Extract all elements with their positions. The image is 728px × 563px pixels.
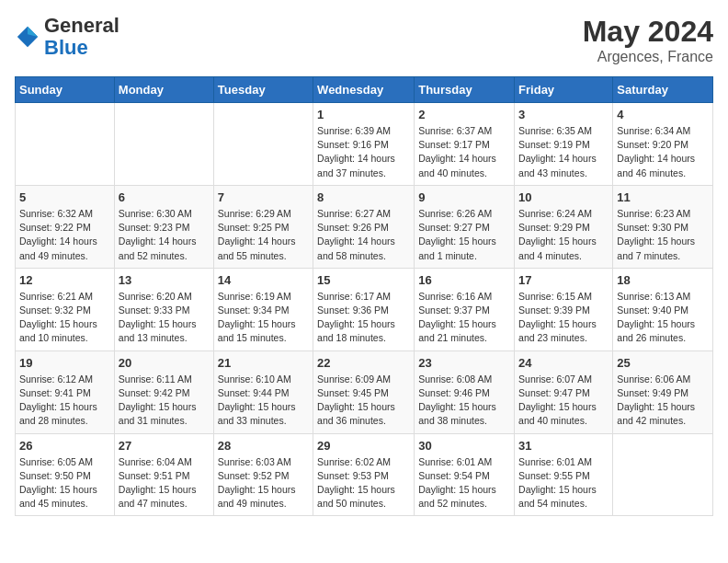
calendar-week-1: 1Sunrise: 6:39 AMSunset: 9:16 PMDaylight… xyxy=(16,103,713,186)
day-info: Sunrise: 6:07 AMSunset: 9:47 PMDaylight:… xyxy=(518,373,609,429)
day-header-sunday: Sunday xyxy=(16,77,115,103)
day-number: 30 xyxy=(418,439,510,453)
calendar-cell: 24Sunrise: 6:07 AMSunset: 9:47 PMDayligh… xyxy=(515,350,613,433)
day-number: 12 xyxy=(19,273,110,287)
day-number: 13 xyxy=(119,273,210,287)
day-number: 5 xyxy=(19,190,110,204)
day-info: Sunrise: 6:01 AMSunset: 9:55 PMDaylight:… xyxy=(518,455,609,511)
location-title: Argences, France xyxy=(583,49,713,65)
day-header-thursday: Thursday xyxy=(415,77,515,103)
calendar-cell xyxy=(16,103,115,186)
day-number: 25 xyxy=(617,356,709,370)
month-title: May 2024 xyxy=(583,15,713,49)
day-info: Sunrise: 6:10 AMSunset: 9:44 PMDaylight:… xyxy=(218,373,309,429)
day-info: Sunrise: 6:20 AMSunset: 9:33 PMDaylight:… xyxy=(119,290,210,346)
day-info: Sunrise: 6:24 AMSunset: 9:29 PMDaylight:… xyxy=(518,207,609,263)
day-info: Sunrise: 6:11 AMSunset: 9:42 PMDaylight:… xyxy=(119,373,210,429)
day-info: Sunrise: 6:08 AMSunset: 9:46 PMDaylight:… xyxy=(418,373,510,429)
day-info: Sunrise: 6:23 AMSunset: 9:30 PMDaylight:… xyxy=(617,207,709,263)
calendar-cell: 27Sunrise: 6:04 AMSunset: 9:51 PMDayligh… xyxy=(114,433,213,516)
day-info: Sunrise: 6:37 AMSunset: 9:17 PMDaylight:… xyxy=(418,124,510,180)
day-info: Sunrise: 6:06 AMSunset: 9:49 PMDaylight:… xyxy=(617,373,709,429)
calendar-cell: 18Sunrise: 6:13 AMSunset: 9:40 PMDayligh… xyxy=(613,268,713,350)
calendar-cell: 7Sunrise: 6:29 AMSunset: 9:25 PMDaylight… xyxy=(213,185,313,268)
day-number: 3 xyxy=(518,108,609,121)
calendar-cell: 3Sunrise: 6:35 AMSunset: 9:19 PMDaylight… xyxy=(515,103,613,186)
day-header-wednesday: Wednesday xyxy=(313,77,415,103)
day-info: Sunrise: 6:02 AMSunset: 9:53 PMDaylight:… xyxy=(317,455,410,511)
calendar-cell: 2Sunrise: 6:37 AMSunset: 9:17 PMDaylight… xyxy=(415,103,515,186)
day-number: 27 xyxy=(119,439,210,453)
calendar-cell: 11Sunrise: 6:23 AMSunset: 9:30 PMDayligh… xyxy=(613,185,713,268)
calendar-cell: 5Sunrise: 6:32 AMSunset: 9:22 PMDaylight… xyxy=(16,185,115,268)
day-header-tuesday: Tuesday xyxy=(213,77,313,103)
calendar-cell: 28Sunrise: 6:03 AMSunset: 9:52 PMDayligh… xyxy=(213,433,313,516)
day-number: 19 xyxy=(19,356,110,370)
day-info: Sunrise: 6:16 AMSunset: 9:37 PMDaylight:… xyxy=(418,290,510,346)
day-number: 26 xyxy=(19,439,110,453)
day-info: Sunrise: 6:30 AMSunset: 9:23 PMDaylight:… xyxy=(119,207,210,263)
calendar-cell: 30Sunrise: 6:01 AMSunset: 9:54 PMDayligh… xyxy=(415,433,515,516)
day-number: 6 xyxy=(119,190,210,204)
calendar-cell xyxy=(114,103,213,186)
calendar-week-4: 19Sunrise: 6:12 AMSunset: 9:41 PMDayligh… xyxy=(16,350,713,433)
day-number: 23 xyxy=(418,356,510,370)
day-info: Sunrise: 6:01 AMSunset: 9:54 PMDaylight:… xyxy=(418,455,510,511)
day-info: Sunrise: 6:26 AMSunset: 9:27 PMDaylight:… xyxy=(418,207,510,263)
day-info: Sunrise: 6:12 AMSunset: 9:41 PMDaylight:… xyxy=(19,373,110,429)
day-number: 9 xyxy=(418,190,510,204)
day-info: Sunrise: 6:35 AMSunset: 9:19 PMDaylight:… xyxy=(518,124,609,180)
logo-text: General Blue xyxy=(44,15,119,59)
day-number: 11 xyxy=(617,190,709,204)
calendar-cell: 22Sunrise: 6:09 AMSunset: 9:45 PMDayligh… xyxy=(313,350,415,433)
day-number: 16 xyxy=(418,273,510,287)
day-number: 7 xyxy=(218,190,309,204)
calendar-cell: 20Sunrise: 6:11 AMSunset: 9:42 PMDayligh… xyxy=(114,350,213,433)
logo: General Blue xyxy=(15,15,119,59)
page-header: General Blue May 2024 Argences, France xyxy=(15,15,713,65)
calendar-cell: 4Sunrise: 6:34 AMSunset: 9:20 PMDaylight… xyxy=(613,103,713,186)
day-number: 31 xyxy=(518,439,609,453)
day-info: Sunrise: 6:17 AMSunset: 9:36 PMDaylight:… xyxy=(317,290,410,346)
day-info: Sunrise: 6:13 AMSunset: 9:40 PMDaylight:… xyxy=(617,290,709,346)
calendar-week-5: 26Sunrise: 6:05 AMSunset: 9:50 PMDayligh… xyxy=(16,433,713,516)
day-number: 8 xyxy=(317,190,410,204)
calendar-cell: 17Sunrise: 6:15 AMSunset: 9:39 PMDayligh… xyxy=(515,268,613,350)
calendar-cell: 13Sunrise: 6:20 AMSunset: 9:33 PMDayligh… xyxy=(114,268,213,350)
day-number: 17 xyxy=(518,273,609,287)
calendar-cell: 6Sunrise: 6:30 AMSunset: 9:23 PMDaylight… xyxy=(114,185,213,268)
calendar-cell: 29Sunrise: 6:02 AMSunset: 9:53 PMDayligh… xyxy=(313,433,415,516)
calendar-cell: 15Sunrise: 6:17 AMSunset: 9:36 PMDayligh… xyxy=(313,268,415,350)
calendar-cell: 23Sunrise: 6:08 AMSunset: 9:46 PMDayligh… xyxy=(415,350,515,433)
day-info: Sunrise: 6:34 AMSunset: 9:20 PMDaylight:… xyxy=(617,124,709,180)
day-header-monday: Monday xyxy=(114,77,213,103)
day-info: Sunrise: 6:29 AMSunset: 9:25 PMDaylight:… xyxy=(218,207,309,263)
day-number: 10 xyxy=(518,190,609,204)
day-number: 15 xyxy=(317,273,410,287)
day-info: Sunrise: 6:04 AMSunset: 9:51 PMDaylight:… xyxy=(119,455,210,511)
calendar-week-3: 12Sunrise: 6:21 AMSunset: 9:32 PMDayligh… xyxy=(16,268,713,350)
day-header-friday: Friday xyxy=(515,77,613,103)
day-number: 20 xyxy=(119,356,210,370)
day-info: Sunrise: 6:03 AMSunset: 9:52 PMDaylight:… xyxy=(218,455,309,511)
calendar-cell: 8Sunrise: 6:27 AMSunset: 9:26 PMDaylight… xyxy=(313,185,415,268)
title-block: May 2024 Argences, France xyxy=(583,15,713,65)
day-number: 21 xyxy=(218,356,309,370)
day-number: 22 xyxy=(317,356,410,370)
calendar-cell xyxy=(613,433,713,516)
day-number: 4 xyxy=(617,108,709,121)
calendar-week-2: 5Sunrise: 6:32 AMSunset: 9:22 PMDaylight… xyxy=(16,185,713,268)
logo-blue: Blue xyxy=(44,36,88,59)
calendar-cell: 10Sunrise: 6:24 AMSunset: 9:29 PMDayligh… xyxy=(515,185,613,268)
calendar-cell: 31Sunrise: 6:01 AMSunset: 9:55 PMDayligh… xyxy=(515,433,613,516)
calendar-cell: 26Sunrise: 6:05 AMSunset: 9:50 PMDayligh… xyxy=(16,433,115,516)
calendar-cell: 14Sunrise: 6:19 AMSunset: 9:34 PMDayligh… xyxy=(213,268,313,350)
calendar-table: SundayMondayTuesdayWednesdayThursdayFrid… xyxy=(15,76,713,516)
day-info: Sunrise: 6:05 AMSunset: 9:50 PMDaylight:… xyxy=(19,455,110,511)
calendar-cell: 19Sunrise: 6:12 AMSunset: 9:41 PMDayligh… xyxy=(16,350,115,433)
calendar-cell: 21Sunrise: 6:10 AMSunset: 9:44 PMDayligh… xyxy=(213,350,313,433)
logo-icon xyxy=(15,24,40,50)
calendar-cell: 9Sunrise: 6:26 AMSunset: 9:27 PMDaylight… xyxy=(415,185,515,268)
day-header-saturday: Saturday xyxy=(613,77,713,103)
calendar-cell: 16Sunrise: 6:16 AMSunset: 9:37 PMDayligh… xyxy=(415,268,515,350)
